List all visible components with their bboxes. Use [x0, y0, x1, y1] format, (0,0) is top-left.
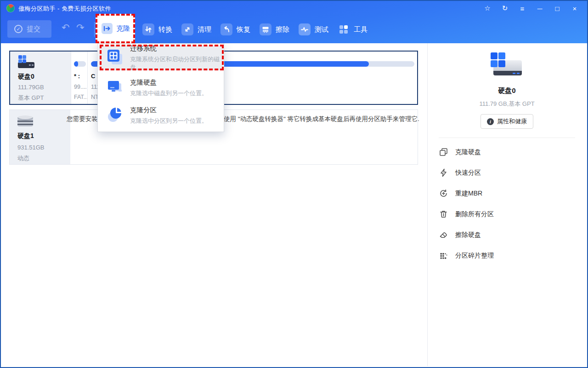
sidebar-item-label: 快速分区 — [455, 169, 481, 177]
rebuild-mbr-icon — [439, 189, 448, 198]
properties-health-button[interactable]: i 属性和健康 — [481, 114, 533, 129]
undo-icon[interactable]: ↶ — [62, 22, 70, 33]
menu-item-desc: 克隆选中分区到另一个位置。 — [130, 117, 208, 125]
sidebar-item-delete-all-partitions[interactable]: 删除所有分区 — [439, 204, 575, 224]
toolbar-recover-button[interactable]: 恢复 — [220, 23, 250, 36]
toolbar-convert-button[interactable]: 转换 — [142, 23, 172, 36]
sidebar-item-wipe-disk[interactable]: 擦除硬盘 — [439, 224, 575, 245]
partition-block[interactable]: * : 99.... FAT... — [71, 52, 87, 104]
menu-item-migrate-system[interactable]: 迁移系统 克隆系统分区和启动分区到新的磁盘。 — [98, 46, 223, 70]
sidebar-item-clone-disk[interactable]: 克隆硬盘 — [439, 142, 575, 162]
minimize-icon[interactable]: ─ — [531, 3, 548, 14]
recover-icon — [220, 23, 232, 35]
disk0-type: 基本 GPT — [18, 94, 44, 102]
clone-disk-icon — [107, 79, 123, 97]
toolbar-clone-button[interactable]: 克隆 — [96, 14, 135, 43]
toolbar-tools-label: 工具 — [354, 25, 368, 34]
cleanup-icon — [181, 23, 193, 35]
header: 傲梅分区助手 - 免费无损分区软件 ☆ ↻ ≡ ─ □ × ✓ 提交 ↶ ↷ 转… — [1, 1, 587, 43]
partition-usage-bar — [74, 61, 86, 67]
dynamic-disk-message-right: 使用 "动态硬盘转换器" 将它转换成基本硬盘后再使用分区助手来管理它. — [224, 115, 419, 123]
menu-item-desc: 克隆选中磁盘到另一个位置。 — [130, 89, 208, 98]
toolbar-divider — [94, 22, 95, 37]
menu-icon[interactable]: ≡ — [514, 3, 531, 14]
submit-button[interactable]: ✓ 提交 — [7, 20, 51, 38]
erase-icon — [260, 23, 271, 35]
menu-item-title: 迁移系统 — [130, 44, 223, 53]
delete-partitions-icon — [439, 210, 448, 219]
menu-item-clone-disk[interactable]: 克隆硬盘 克隆选中磁盘到另一个位置。 — [98, 75, 223, 101]
toolbar-erase-button[interactable]: 擦除 — [260, 23, 289, 36]
test-icon — [299, 23, 311, 35]
wipe-disk-icon — [439, 230, 448, 240]
close-icon[interactable]: × — [566, 3, 583, 14]
dynamic-disk-icon — [17, 115, 33, 127]
sidebar-item-label: 重建MBR — [455, 190, 482, 198]
toolbar-tools-button[interactable]: 工具 — [338, 23, 368, 36]
toolbar-cleanup-button[interactable]: 清理 — [181, 23, 211, 36]
disk0-info-block[interactable]: 硬盘0 111.79GB 基本 GPT — [10, 52, 71, 104]
toolbar-convert-label: 转换 — [158, 25, 172, 34]
sidebar-item-quick-partition[interactable]: 快速分区 — [439, 162, 575, 183]
check-circle-icon: ✓ — [14, 25, 23, 33]
menu-item-title: 克隆分区 — [130, 106, 208, 115]
partition-size: 99.... — [74, 84, 87, 90]
submit-label: 提交 — [27, 25, 40, 34]
disk0-name: 硬盘0 — [18, 73, 34, 81]
window-title: 傲梅分区助手 - 免费无损分区软件 — [18, 5, 111, 13]
info-icon: i — [487, 118, 494, 125]
quick-partition-icon — [439, 168, 448, 178]
sidebar-disk-name: 硬盘0 — [428, 86, 586, 95]
disk1-name: 硬盘1 — [17, 132, 34, 140]
toolbar-test-label: 测试 — [315, 25, 328, 34]
clone-partition-icon — [107, 106, 123, 125]
convert-icon — [142, 23, 154, 35]
migrate-system-icon — [107, 49, 123, 67]
tools-icon — [338, 23, 350, 35]
dynamic-disk-message-left: 您需要安装 — [67, 115, 98, 123]
disk1-size: 931.51GB — [17, 144, 45, 151]
sidebar-item-label: 删除所有分区 — [455, 210, 494, 218]
toolbar-erase-label: 擦除 — [276, 25, 289, 34]
disk1-info-block[interactable]: 硬盘1 931.51GB 动态 — [10, 110, 70, 164]
disk-icon — [18, 55, 35, 70]
window-controls: ☆ ↻ ≡ ─ □ × — [479, 3, 583, 14]
update-icon[interactable]: ↻ — [496, 3, 514, 14]
favorite-icon[interactable]: ☆ — [479, 3, 496, 14]
disk0-size: 111.79GB — [18, 84, 44, 91]
maximize-icon[interactable]: □ — [548, 3, 566, 14]
toolbar-cleanup-label: 清理 — [198, 25, 211, 34]
redo-icon[interactable]: ↷ — [76, 22, 85, 33]
defrag-icon — [439, 251, 448, 260]
partition-filesystem: FAT... — [74, 94, 88, 100]
clone-arrow-icon — [102, 23, 113, 34]
sidebar-item-label: 克隆硬盘 — [455, 148, 481, 156]
clone-disk-icon — [439, 148, 448, 157]
sidebar-item-label: 分区碎片整理 — [455, 252, 494, 260]
sidebar: 硬盘0 111.79 GB,基本 GPT i 属性和健康 克隆硬盘 — [427, 43, 586, 366]
sidebar-item-defrag[interactable]: 分区碎片整理 — [439, 245, 575, 266]
partition-label: * : — [74, 73, 80, 80]
menu-item-title: 克隆硬盘 — [130, 78, 208, 87]
app-window: 傲梅分区助手 - 免费无损分区软件 ☆ ↻ ≡ ─ □ × ✓ 提交 ↶ ↷ 转… — [0, 0, 588, 368]
selected-disk-icon — [491, 52, 524, 79]
app-logo-icon — [6, 4, 15, 12]
toolbar-test-button[interactable]: 测试 — [299, 23, 328, 36]
sidebar-item-rebuild-mbr[interactable]: 重建MBR — [439, 183, 575, 204]
properties-health-label: 属性和健康 — [497, 117, 527, 126]
clone-dropdown-menu: 迁移系统 克隆系统分区和启动分区到新的磁盘。 克隆硬盘 克隆选中磁盘到另一个位置… — [97, 43, 224, 132]
toolbar-recover-label: 恢复 — [237, 25, 250, 34]
disk1-type: 动态 — [17, 154, 29, 162]
menu-item-clone-partition[interactable]: 克隆分区 克隆选中分区到另一个位置。 — [98, 103, 223, 128]
toolbar-clone-label: 克隆 — [116, 24, 130, 33]
menu-item-desc: 克隆系统分区和启动分区到新的磁盘。 — [130, 55, 223, 72]
sidebar-item-label: 擦除硬盘 — [455, 231, 481, 239]
sidebar-disk-info: 111.79 GB,基本 GPT — [428, 100, 586, 108]
